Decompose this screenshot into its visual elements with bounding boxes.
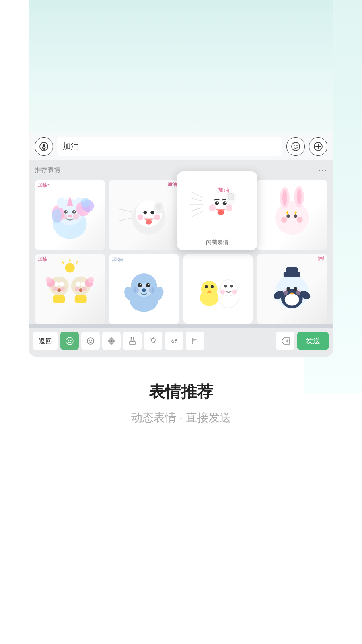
svg-point-111 [224,285,227,287]
svg-point-98 [148,284,150,286]
svg-rect-2 [43,144,45,147]
sticker-item-7[interactable] [183,254,253,324]
svg-point-5 [292,142,300,151]
svg-point-64 [281,217,287,223]
svg-rect-78 [53,295,65,303]
svg-line-131 [191,211,203,217]
svg-line-167 [150,339,151,339]
svg-point-33 [144,211,147,215]
message-input[interactable]: 加油 [57,137,282,156]
svg-point-148 [91,340,92,341]
input-row: 加油 [29,133,333,160]
svg-point-83 [88,277,94,283]
svg-rect-79 [75,295,87,303]
sticker-grid-wrapper: 加油~ [35,180,327,324]
svg-rect-141 [228,193,234,200]
svg-point-137 [218,210,224,215]
svg-point-15 [52,209,62,223]
svg-point-7 [296,145,297,146]
svg-point-35 [146,220,152,225]
svg-line-129 [190,208,202,211]
sticker-item-2[interactable]: 加油 [109,180,179,250]
emoji-flag-tab[interactable] [186,332,204,350]
svg-point-23 [61,214,67,220]
svg-point-143 [66,337,73,345]
svg-point-134 [223,201,227,205]
emoji-cake-tab[interactable] [123,332,142,350]
svg-point-107 [211,285,214,288]
svg-point-105 [201,281,218,297]
svg-point-114 [232,289,237,294]
svg-point-157 [112,342,114,344]
svg-text:✦: ✦ [293,209,298,216]
svg-point-21 [74,211,75,212]
svg-rect-158 [130,341,135,345]
svg-point-19 [72,210,76,214]
svg-point-18 [64,210,68,214]
svg-point-75 [76,282,81,287]
emoji-special-tab[interactable]: &# [165,332,183,350]
delete-button[interactable] [276,332,294,350]
svg-point-84 [53,287,58,291]
panel-title: 推荐表情 [35,166,60,174]
svg-point-156 [109,342,111,344]
bottom-title: 表情推荐 [32,381,330,403]
svg-point-20 [66,211,67,212]
svg-point-121 [294,287,297,291]
svg-point-155 [112,339,114,341]
sticker-item-5[interactable]: 加油 [35,254,105,324]
emoji-flower-tab[interactable] [102,332,121,350]
emoji-face-tab[interactable] [60,332,79,350]
svg-text:加油: 加油 [218,187,229,193]
svg-point-59 [297,189,302,205]
svg-point-95 [138,283,142,287]
plus-button[interactable] [309,137,327,156]
svg-point-154 [109,339,111,341]
sticker-item-1[interactable]: 加油~ [35,180,105,250]
svg-line-30 [119,218,132,221]
keyboard-bottom-row: 返回 [29,328,333,357]
svg-point-81 [46,277,52,283]
svg-point-99 [142,289,146,292]
svg-point-119 [285,294,299,306]
svg-point-144 [68,340,69,341]
keyboard-container: 加油 推荐表情 ··· 加油~ [29,133,333,357]
svg-line-29 [119,209,132,212]
svg-point-36 [138,215,144,221]
send-button[interactable]: 发送 [297,332,329,350]
voice-button[interactable] [35,137,53,156]
svg-line-69 [62,261,64,264]
svg-point-136 [225,202,226,203]
svg-point-133 [215,201,219,205]
svg-rect-39 [156,204,161,210]
svg-point-24 [73,214,79,220]
sticker-item-8[interactable]: 油!! [257,254,327,324]
emoji-button[interactable] [286,137,305,156]
svg-point-106 [205,285,208,288]
svg-point-120 [287,287,290,291]
more-button[interactable]: ··· [318,165,327,175]
svg-point-37 [154,215,160,221]
svg-point-149 [110,340,113,342]
svg-point-112 [230,285,233,287]
svg-point-16 [57,198,65,208]
emoji-circle-tab[interactable] [81,332,100,350]
back-button[interactable]: 返回 [33,332,58,350]
emoji-bulb-tab[interactable] [144,332,162,350]
svg-point-22 [68,215,72,217]
emoji-panel: 推荐表情 ··· 加油~ [29,160,333,324]
svg-point-164 [151,338,155,342]
svg-line-68 [76,261,78,264]
sticker-item-6[interactable]: 加·油 [109,254,179,324]
svg-point-147 [89,340,90,341]
svg-point-135 [217,202,218,203]
chat-area [29,0,333,133]
svg-point-161 [131,337,132,339]
svg-line-130 [191,192,203,198]
sticker-item-4[interactable]: ✦ ✦ [257,180,327,250]
svg-line-128 [190,198,202,201]
svg-point-96 [146,283,150,287]
svg-text:✦: ✦ [285,209,290,216]
svg-point-86 [75,287,80,291]
svg-point-65 [297,217,303,223]
